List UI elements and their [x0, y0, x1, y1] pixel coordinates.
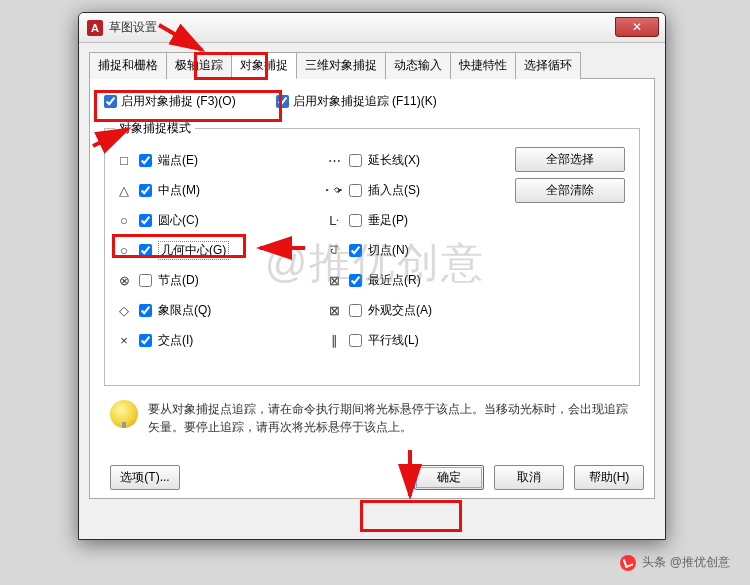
enable-osnap-label: 启用对象捕捉 (F3)(O) — [121, 93, 236, 110]
osnap-row-left-3: ○几何中心(G) — [115, 235, 325, 265]
enable-track-checkbox[interactable]: 启用对象捕捉追踪 (F11)(K) — [276, 93, 437, 110]
osnap-symbol-icon: ⊠ — [325, 271, 343, 289]
window-title: 草图设置 — [109, 19, 157, 36]
osnap-row-right-5: ⊠外观交点(A) — [325, 295, 515, 325]
osnap-checkbox[interactable] — [349, 274, 362, 287]
osnap-checkbox[interactable] — [349, 304, 362, 317]
credit-text: 头条 @推优创意 — [642, 554, 730, 571]
osnap-checkbox[interactable] — [139, 214, 152, 227]
osnap-label: 平行线(L) — [368, 332, 419, 349]
osnap-row-right-3: ਹ切点(N) — [325, 235, 515, 265]
tab-3[interactable]: 三维对象捕捉 — [296, 52, 386, 79]
osnap-label: 中点(M) — [158, 182, 200, 199]
osnap-checkbox[interactable] — [139, 334, 152, 347]
osnap-checkbox[interactable] — [349, 154, 362, 167]
osnap-symbol-icon: ∥ — [325, 331, 343, 349]
group-legend: 对象捕捉模式 — [115, 120, 195, 137]
osnap-label: 圆心(C) — [158, 212, 199, 229]
osnap-label: 插入点(S) — [368, 182, 420, 199]
osnap-row-left-4: ⊗节点(D) — [115, 265, 325, 295]
enable-osnap-checkbox[interactable]: 启用对象捕捉 (F3)(O) — [104, 93, 236, 110]
osnap-checkbox[interactable] — [349, 184, 362, 197]
osnap-symbol-icon: ○ — [115, 241, 133, 259]
osnap-symbol-icon: ⊗ — [115, 271, 133, 289]
osnap-symbol-icon: △ — [115, 181, 133, 199]
bulk-buttons: 全部选择 全部清除 — [515, 145, 625, 355]
osnap-symbol-icon: ਹ — [325, 241, 343, 259]
tab-4[interactable]: 动态输入 — [385, 52, 451, 79]
osnap-row-right-6: ∥平行线(L) — [325, 325, 515, 355]
osnap-symbol-icon: ᒷ — [325, 211, 343, 229]
osnap-symbol-icon: ᠊ᠲ — [325, 181, 343, 199]
help-button[interactable]: 帮助(H) — [574, 465, 644, 490]
osnap-row-right-1: ᠊ᠲ插入点(S) — [325, 175, 515, 205]
osnap-label: 交点(I) — [158, 332, 193, 349]
enable-track-label: 启用对象捕捉追踪 (F11)(K) — [293, 93, 437, 110]
osnap-checkbox[interactable] — [139, 304, 152, 317]
osnap-row-left-6: ×交点(I) — [115, 325, 325, 355]
osnap-symbol-icon: × — [115, 331, 133, 349]
app-icon: A — [87, 20, 103, 36]
credit-icon — [620, 555, 636, 571]
tab-1[interactable]: 极轴追踪 — [166, 52, 232, 79]
osnap-checkbox[interactable] — [139, 274, 152, 287]
osnap-checkbox[interactable] — [139, 154, 152, 167]
clear-all-button[interactable]: 全部清除 — [515, 178, 625, 203]
osnap-left-column: □端点(E)△中点(M)○圆心(C)○几何中心(G)⊗节点(D)◇象限点(Q)×… — [115, 145, 325, 355]
tip-text: 要从对象捕捉点追踪，请在命令执行期间将光标悬停于该点上。当移动光标时，会出现追踪… — [148, 400, 634, 436]
osnap-row-right-0: ⋯延长线(X) — [325, 145, 515, 175]
options-button[interactable]: 选项(T)... — [110, 465, 180, 490]
osnap-row-left-1: △中点(M) — [115, 175, 325, 205]
osnap-label: 切点(N) — [368, 242, 409, 259]
osnap-checkbox[interactable] — [349, 214, 362, 227]
osnap-checkbox[interactable] — [139, 244, 152, 257]
osnap-row-left-0: □端点(E) — [115, 145, 325, 175]
ok-button[interactable]: 确定 — [414, 465, 484, 490]
osnap-row-right-2: ᒷ垂足(P) — [325, 205, 515, 235]
dialog-window: A 草图设置 ✕ 捕捉和栅格极轴追踪对象捕捉三维对象捕捉动态输入快捷特性选择循环… — [78, 12, 666, 540]
tip: 要从对象捕捉点追踪，请在命令执行期间将光标悬停于该点上。当移动光标时，会出现追踪… — [104, 396, 640, 440]
osnap-symbol-icon: □ — [115, 151, 133, 169]
osnap-label: 端点(E) — [158, 152, 198, 169]
osnap-label: 象限点(Q) — [158, 302, 211, 319]
credit: 头条 @推优创意 — [620, 554, 730, 571]
tab-5[interactable]: 快捷特性 — [450, 52, 516, 79]
cancel-button[interactable]: 取消 — [494, 465, 564, 490]
osnap-symbol-icon: ⊠ — [325, 301, 343, 319]
osnap-label: 节点(D) — [158, 272, 199, 289]
osnap-symbol-icon: ◇ — [115, 301, 133, 319]
osnap-checkbox[interactable] — [139, 184, 152, 197]
tab-content: 启用对象捕捉 (F3)(O) 启用对象捕捉追踪 (F11)(K) 对象捕捉模式 … — [89, 79, 655, 499]
osnap-checkbox[interactable] — [349, 334, 362, 347]
osnap-checkbox[interactable] — [349, 244, 362, 257]
osnap-row-left-2: ○圆心(C) — [115, 205, 325, 235]
osnap-symbol-icon: ○ — [115, 211, 133, 229]
tabs: 捕捉和栅格极轴追踪对象捕捉三维对象捕捉动态输入快捷特性选择循环 — [89, 51, 655, 79]
osnap-label: 最近点(R) — [368, 272, 421, 289]
osnap-label: 外观交点(A) — [368, 302, 432, 319]
osnap-right-column: ⋯延长线(X)᠊ᠲ插入点(S)ᒷ垂足(P)ਹ切点(N)⊠最近点(R)⊠外观交点(… — [325, 145, 515, 355]
osnap-row-left-5: ◇象限点(Q) — [115, 295, 325, 325]
close-button[interactable]: ✕ — [615, 17, 659, 37]
osnap-row-right-4: ⊠最近点(R) — [325, 265, 515, 295]
lightbulb-icon — [110, 400, 138, 428]
tab-6[interactable]: 选择循环 — [515, 52, 581, 79]
osnap-symbol-icon: ⋯ — [325, 151, 343, 169]
tab-2[interactable]: 对象捕捉 — [231, 52, 297, 79]
osnap-label: 延长线(X) — [368, 152, 420, 169]
osnap-modes-group: 对象捕捉模式 □端点(E)△中点(M)○圆心(C)○几何中心(G)⊗节点(D)◇… — [104, 120, 640, 386]
titlebar[interactable]: A 草图设置 ✕ — [79, 13, 665, 43]
osnap-label: 垂足(P) — [368, 212, 408, 229]
tab-0[interactable]: 捕捉和栅格 — [89, 52, 167, 79]
osnap-label: 几何中心(G) — [158, 241, 229, 260]
select-all-button[interactable]: 全部选择 — [515, 147, 625, 172]
